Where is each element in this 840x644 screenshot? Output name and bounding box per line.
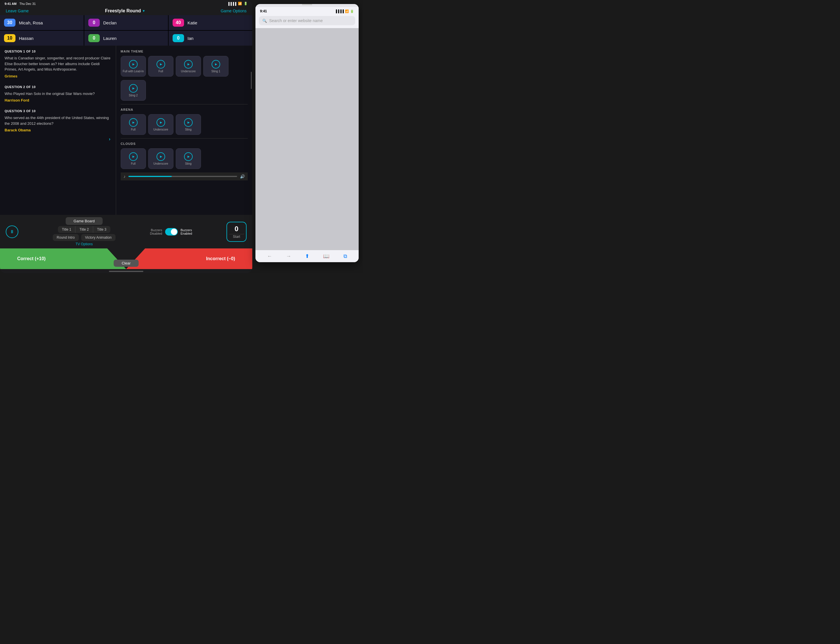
answer-bar: Correct (+10) Incorrect (–0) Clear [0,248,252,269]
safari-forward-button[interactable]: → [286,253,291,259]
player-name-ian: Ian [187,36,193,41]
safari-tabs-button[interactable]: ⧉ [344,253,347,259]
top-nav: Leave Game Freestyle Round ▾ Game Option… [0,7,252,15]
safari-bookmarks-button[interactable]: 📖 [323,253,329,259]
btn-label-full-lead-in: Full with Lead-In [123,70,144,73]
clear-button[interactable]: Clear [113,260,139,267]
safari-toolbar: 🔍 Search or enter website name [255,14,359,28]
volume-icon[interactable]: 🔊 [240,174,245,179]
play-full[interactable]: Full [148,56,174,77]
section-main-theme-label: MAIN THEME [121,49,248,53]
title-tabs: Title 1 Title 2 Title 3 [58,226,110,233]
score-badge-micah: 30 [4,19,15,27]
btn-label-full: Full [159,70,163,73]
status-time: 9:41 AM [5,2,16,5]
start-label[interactable]: Start [233,235,240,239]
tv-options-link[interactable]: TV Options [75,242,93,246]
question-3-block: QUESTION 3 OF 10 Who served as the 44th … [5,109,111,132]
victory-animation-tab[interactable]: Victory Animation [81,234,116,241]
play-icon [184,118,193,127]
play-icon [184,152,193,161]
round-intro-tab[interactable]: Round Intro [53,234,79,241]
safari-search-bar[interactable]: 🔍 Search or enter website name [259,16,355,25]
bottom-bar: ⏸ Game Board Title 1 Title 2 Title 3 Rou… [0,215,252,273]
btn-label-clouds-full: Full [131,162,136,165]
center-controls: Game Board Title 1 Title 2 Title 3 Round… [53,217,116,246]
score-badge-katie: 40 [173,19,184,27]
play-underscore[interactable]: Underscore [176,56,201,77]
leave-game-button[interactable]: Leave Game [6,8,29,13]
question-2-text: Who Played Han Solo in the original Star… [5,91,111,97]
score-badge-lauren: 0 [88,34,100,42]
score-badge-declan: 0 [88,19,100,27]
correct-text: Correct (+10) [17,256,46,261]
score-cell-ian[interactable]: 0 Ian [169,31,252,46]
round-title-text: Freestyle Round [105,8,141,13]
clouds-play-full[interactable]: Full [121,148,146,169]
safari-battery-icon: 🔋 [350,10,354,13]
safari-share-button[interactable]: ⬆ [305,253,309,259]
play-icon [211,60,220,69]
player-name-hassan: Hassan [19,36,34,41]
question-1-text: What is Canadian singer, songwriter, and… [5,55,111,72]
bottom-tabs-row: Round Intro Victory Animation [53,234,116,241]
question-2-answer: Harrison Ford [5,98,111,102]
title-1-tab[interactable]: Title 1 [58,226,75,233]
score-cell-hassan[interactable]: 10 Hassan [0,31,84,46]
round-dropdown-arrow[interactable]: ▾ [143,9,144,13]
arena-play-full[interactable]: Full [121,114,146,135]
home-indicator [109,271,143,272]
play-sting-1[interactable]: Sting 1 [203,56,229,77]
score-cell-micah[interactable]: 30 Micah, Rosa [0,15,84,30]
audio-progress-fill [128,176,172,177]
battery-icon: 🔋 [244,2,248,5]
buzzers-enabled-label2: Enabled [181,232,192,235]
question-3-number: QUESTION 3 OF 10 [5,109,111,113]
safari-drag-handle [302,4,312,5]
score-display: 0 [234,225,238,233]
safari-wifi-icon: 📶 [345,10,349,13]
play-icon [184,60,193,69]
safari-expand-chevron[interactable]: › [109,136,110,142]
score-cell-lauren[interactable]: 0 Lauren [84,31,168,46]
incorrect-zone[interactable]: Incorrect (–0) [126,248,252,269]
btn-label-underscore: Underscore [181,70,196,73]
question-3-answer: Barack Obama [5,128,111,132]
score-cell-declan[interactable]: 0 Declan [84,15,168,30]
btn-label-sting-1: Sting 1 [211,70,220,73]
question-2-block: QUESTION 2 OF 10 Who Played Han Solo in … [5,85,111,103]
play-full-with-lead-in[interactable]: Full with Lead-In [121,56,146,77]
arena-play-sting[interactable]: Sting [176,114,201,135]
play-icon [129,118,138,127]
player-name-declan: Declan [103,20,117,25]
safari-bottom-bar: ← → ⬆ 📖 ⧉ [255,250,359,262]
incorrect-text: Incorrect (–0) [206,256,235,261]
buzzers-toggle[interactable] [165,228,178,235]
scroll-indicator [251,72,252,89]
correct-zone[interactable]: Correct (+10) [0,248,126,269]
arena-play-underscore[interactable]: Underscore [148,114,174,135]
ipad-frame: 9:41 AM Thu Dec 31 ▐▐▐▐ 📶 🔋 Leave Game F… [0,0,252,273]
clouds-play-sting[interactable]: Sting [176,148,201,169]
score-cell-katie[interactable]: 40 Katie [169,15,252,30]
clouds-play-underscore[interactable]: Underscore [148,148,174,169]
safari-status-icons: ▐▐▐▐ 📶 🔋 [335,10,354,13]
audio-progress-bar[interactable] [128,176,237,177]
game-options-button[interactable]: Game Options [221,8,247,13]
pause-button[interactable]: ⏸ [6,225,18,238]
question-3-text: Who served as the 44th president of the … [5,115,111,126]
title-2-tab[interactable]: Title 2 [75,226,93,233]
buzzers-disabled-label: Buzzers [150,228,162,232]
safari-status-bar: 9:41 ▐▐▐▐ 📶 🔋 [255,7,359,14]
signal-icon: ▐▐▐▐ [228,2,236,5]
play-icon [129,152,138,161]
safari-back-button[interactable]: ← [267,253,272,259]
play-icon [129,60,138,69]
audio-bar[interactable]: ♪ 🔊 [121,172,248,181]
title-3-tab[interactable]: Title 3 [93,226,110,233]
game-board-button[interactable]: Game Board [65,217,103,225]
main-theme-buttons-row2: Sting 2 [121,80,248,101]
safari-search-placeholder: Search or enter website name [269,18,323,23]
section-arena-label: ARENA [121,108,248,111]
play-sting-2[interactable]: Sting 2 [121,80,146,101]
